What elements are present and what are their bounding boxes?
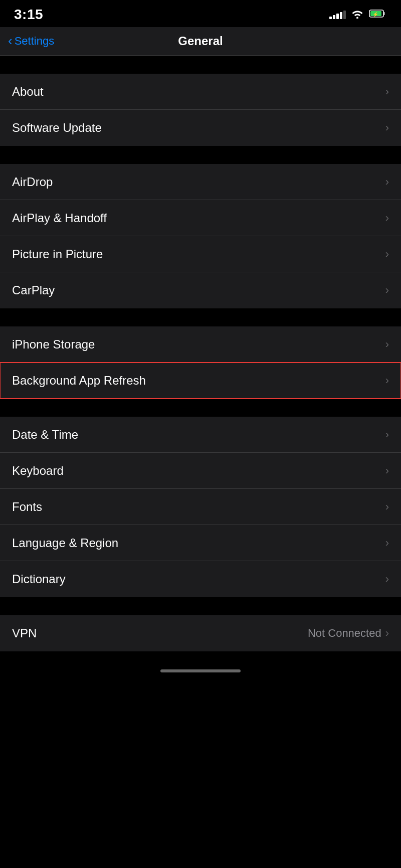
- signal-icon: [329, 10, 346, 19]
- svg-text:⚡: ⚡: [372, 11, 379, 18]
- settings-row-background-app-refresh[interactable]: Background App Refresh›: [0, 363, 401, 399]
- chevron-right-icon: ›: [385, 627, 389, 640]
- chevron-right-icon: ›: [385, 248, 389, 261]
- settings-right-dictionary: ›: [385, 573, 389, 586]
- settings-label-picture-in-picture: Picture in Picture: [12, 247, 103, 261]
- settings-label-airdrop: AirDrop: [12, 175, 53, 189]
- settings-right-date-time: ›: [385, 428, 389, 441]
- wifi-icon: [351, 9, 364, 21]
- settings-row-airdrop[interactable]: AirDrop›: [0, 164, 401, 200]
- settings-right-picture-in-picture: ›: [385, 248, 389, 261]
- settings-label-iphone-storage: iPhone Storage: [12, 337, 95, 352]
- chevron-left-icon: ‹: [8, 34, 13, 47]
- settings-group-group-about: About›Software Update›: [0, 74, 401, 146]
- settings-label-carplay: CarPlay: [12, 283, 55, 297]
- page-title: General: [178, 34, 223, 48]
- section-gap-3: [0, 399, 401, 417]
- settings-right-language-region: ›: [385, 537, 389, 550]
- settings-right-carplay: ›: [385, 284, 389, 297]
- settings-row-about[interactable]: About›: [0, 74, 401, 110]
- status-bar: 3:15 ⚡: [0, 0, 401, 27]
- settings-row-carplay[interactable]: CarPlay›: [0, 272, 401, 308]
- settings-row-dictionary[interactable]: Dictionary›: [0, 561, 401, 597]
- settings-label-about: About: [12, 85, 44, 99]
- settings-row-iphone-storage[interactable]: iPhone Storage›: [0, 326, 401, 363]
- settings-right-keyboard: ›: [385, 464, 389, 477]
- settings-right-software-update: ›: [385, 121, 389, 134]
- settings-row-date-time[interactable]: Date & Time›: [0, 417, 401, 453]
- settings-label-background-app-refresh: Background App Refresh: [12, 374, 146, 388]
- settings-label-vpn: VPN: [12, 626, 37, 640]
- settings-right-iphone-storage: ›: [385, 338, 389, 351]
- chevron-right-icon: ›: [385, 212, 389, 225]
- nav-bar: ‹ Settings General: [0, 27, 401, 56]
- settings-right-about: ›: [385, 85, 389, 98]
- chevron-right-icon: ›: [385, 500, 389, 513]
- chevron-right-icon: ›: [385, 573, 389, 586]
- chevron-right-icon: ›: [385, 121, 389, 134]
- settings-group-group-vpn: VPNNot Connected›: [0, 615, 401, 651]
- status-icons: ⚡: [329, 9, 387, 21]
- section-gap-final: [0, 651, 401, 663]
- chevron-right-icon: ›: [385, 85, 389, 98]
- section-gap-0: [0, 56, 401, 74]
- settings-row-fonts[interactable]: Fonts›: [0, 489, 401, 525]
- home-bar: [160, 669, 241, 672]
- settings-row-software-update[interactable]: Software Update›: [0, 110, 401, 146]
- settings-group-group-connectivity: AirDrop›AirPlay & Handoff›Picture in Pic…: [0, 164, 401, 308]
- settings-row-picture-in-picture[interactable]: Picture in Picture›: [0, 236, 401, 272]
- chevron-right-icon: ›: [385, 374, 389, 387]
- chevron-right-icon: ›: [385, 428, 389, 441]
- settings-right-fonts: ›: [385, 500, 389, 513]
- settings-row-vpn[interactable]: VPNNot Connected›: [0, 615, 401, 651]
- status-time: 3:15: [14, 7, 43, 23]
- back-button[interactable]: ‹ Settings: [8, 35, 54, 48]
- battery-icon: ⚡: [369, 9, 387, 21]
- section-gap-1: [0, 146, 401, 164]
- settings-right-vpn: Not Connected›: [308, 627, 389, 640]
- settings-right-background-app-refresh: ›: [385, 374, 389, 387]
- settings-label-keyboard: Keyboard: [12, 464, 64, 478]
- chevron-right-icon: ›: [385, 464, 389, 477]
- settings-label-date-time: Date & Time: [12, 428, 78, 442]
- settings-group-group-locale: Date & Time›Keyboard›Fonts›Language & Re…: [0, 417, 401, 597]
- settings-row-airplay-handoff[interactable]: AirPlay & Handoff›: [0, 200, 401, 236]
- settings-row-language-region[interactable]: Language & Region›: [0, 525, 401, 561]
- home-indicator: [0, 663, 401, 682]
- settings-content: About›Software Update›AirDrop›AirPlay & …: [0, 56, 401, 663]
- chevron-right-icon: ›: [385, 284, 389, 297]
- back-label: Settings: [15, 35, 55, 48]
- settings-label-language-region: Language & Region: [12, 536, 118, 550]
- settings-value-vpn: Not Connected: [308, 627, 381, 640]
- section-gap-4: [0, 597, 401, 615]
- settings-label-software-update: Software Update: [12, 121, 102, 135]
- settings-right-airdrop: ›: [385, 176, 389, 189]
- settings-right-airplay-handoff: ›: [385, 212, 389, 225]
- chevron-right-icon: ›: [385, 537, 389, 550]
- settings-label-fonts: Fonts: [12, 500, 42, 514]
- settings-label-dictionary: Dictionary: [12, 572, 66, 586]
- settings-row-keyboard[interactable]: Keyboard›: [0, 453, 401, 489]
- section-gap-2: [0, 308, 401, 326]
- settings-group-group-storage: iPhone Storage›Background App Refresh›: [0, 326, 401, 399]
- svg-rect-1: [383, 12, 385, 15]
- chevron-right-icon: ›: [385, 176, 389, 189]
- chevron-right-icon: ›: [385, 338, 389, 351]
- settings-label-airplay-handoff: AirPlay & Handoff: [12, 211, 107, 225]
